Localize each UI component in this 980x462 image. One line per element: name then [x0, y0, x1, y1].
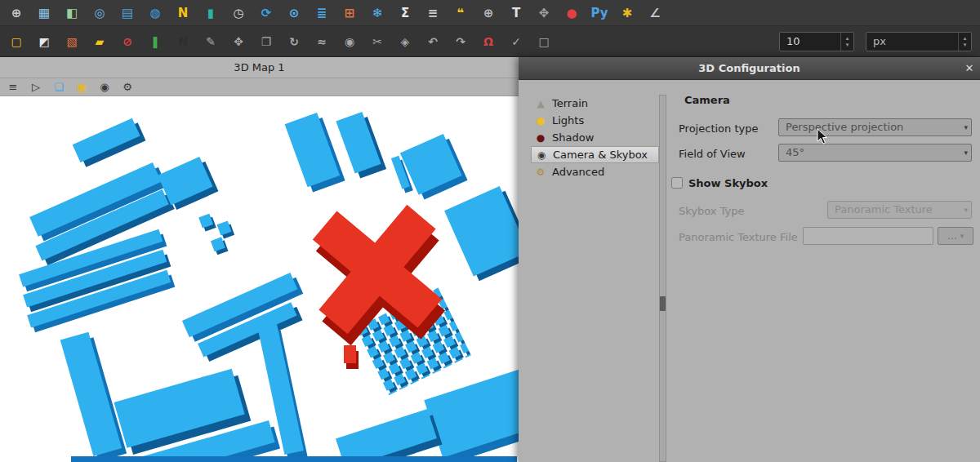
layer-styling-icon[interactable]: ▧	[64, 33, 80, 51]
panoramic-texture-file-input[interactable]	[803, 227, 933, 245]
plugin-manager-icon[interactable]: ✱	[619, 4, 635, 22]
undo-icon[interactable]: ↶	[425, 33, 441, 51]
chevron-down-icon: ▾	[964, 202, 968, 218]
size-spinbox[interactable]: 10 ▴ ▾	[779, 32, 854, 51]
spin-up-icon[interactable]: ▴	[846, 35, 849, 42]
camera-icon: ◉	[535, 149, 548, 161]
size-spinbox-value: 10	[780, 35, 840, 47]
redo-icon[interactable]: ↷	[452, 33, 469, 51]
statistics-sum-icon[interactable]: Σ	[397, 4, 413, 22]
zoom-tool-icon[interactable]: ⊕	[480, 4, 497, 22]
rotate-feature-icon[interactable]: ↻	[286, 33, 302, 51]
attribute-table-icon[interactable]: ▤	[119, 4, 136, 22]
sidebar-item-terrain[interactable]: ▲ Terrain	[531, 95, 659, 112]
browse-file-button[interactable]: … ▾	[938, 227, 973, 245]
unit-dropdown-arrows[interactable]: ▴ ▾	[958, 33, 971, 51]
panel-menu-icon[interactable]: ≡	[7, 81, 20, 93]
close-icon[interactable]: ✕	[960, 59, 978, 77]
georeferencer-icon[interactable]: ▦	[36, 4, 52, 22]
invert-selection-icon[interactable]: ◩	[36, 33, 52, 51]
panoramic-texture-file-label: Panoramic Texture File	[679, 231, 798, 243]
lightbulb-icon: ●	[534, 115, 547, 127]
map-tips-icon[interactable]: ❝	[452, 4, 469, 22]
skybox-type-label: Skybox Type	[679, 205, 745, 217]
plugins-toolbar: ⊕▦◧◎▤◍N▮◷⟳⊙≣⊞❄Σ≡❝⊕T✥●Py✱∠	[0, 0, 980, 26]
digitizing-icons: ▢◩▧▰⊘❚N✎✥❐↻≈◉✂◈↶↷Ω✓□	[8, 33, 552, 51]
show-skybox-checkbox[interactable]	[671, 177, 683, 189]
raster-analysis-icon[interactable]: ⊞	[341, 4, 358, 22]
skybox-type-dropdown[interactable]: Panoramic Texture ▾	[827, 201, 972, 219]
osm-download-icon[interactable]: N	[175, 4, 191, 22]
field-of-view-label: Field of View	[679, 148, 746, 160]
browse-file-label: …	[947, 230, 957, 242]
osm-edit-icon[interactable]: N	[175, 33, 191, 51]
skybox-type-value: Panoramic Texture	[835, 203, 933, 215]
snapping-magnet-icon[interactable]: Ω	[480, 33, 497, 51]
map-panel-title: 3D Map 1	[234, 61, 284, 73]
dialog-scrollbar[interactable]	[659, 95, 666, 462]
map-panel-toolbar: ≡▷❏▣◉⚙	[0, 78, 519, 96]
export-image-icon[interactable]: ▣	[75, 81, 88, 93]
select-features-icon[interactable]: ▢	[8, 33, 24, 51]
zoom-to-selection-icon[interactable]: ⊙	[286, 4, 302, 22]
camera-section-heading: Camera	[684, 94, 730, 106]
coordinate-capture-icon[interactable]: ⊕	[8, 4, 24, 22]
category-label: Shadow	[552, 131, 594, 144]
simplify-feature-icon[interactable]: ≈	[314, 33, 330, 51]
add-ring-icon[interactable]: ◉	[341, 33, 358, 51]
advanced-digitizing-icon[interactable]: □	[536, 33, 552, 51]
camera-view-icon[interactable]: ◉	[98, 81, 111, 93]
scene-settings-icon[interactable]: ⚙	[121, 81, 134, 93]
3d-map-viewport[interactable]	[0, 96, 519, 462]
scrollbar-thumb[interactable]	[660, 296, 666, 311]
sidebar-item-lights[interactable]: ● Lights	[531, 112, 659, 129]
split-features-icon[interactable]: ✂	[369, 33, 385, 51]
snowflake-plugin-icon[interactable]: ❄	[369, 4, 385, 22]
log-messages-icon[interactable]: ≣	[314, 4, 330, 22]
metasearch-icon[interactable]: ◎	[91, 4, 108, 22]
unit-dropdown[interactable]: px ▴ ▾	[866, 32, 972, 51]
animation-play-icon[interactable]: ▷	[29, 81, 42, 93]
spin-down-icon[interactable]: ▾	[846, 42, 849, 48]
chevron-down-icon: ▾	[960, 232, 964, 240]
text-annotation-icon[interactable]: T	[508, 4, 524, 22]
layers-menu-icon[interactable]: ≡	[425, 4, 441, 22]
sidebar-item-advanced[interactable]: ⚙ Advanced	[531, 163, 659, 180]
shape-digitizing-icon[interactable]: ∠	[647, 4, 663, 22]
chevron-down-icon: ▾	[964, 119, 968, 135]
spinbox-arrows[interactable]: ▴ ▾	[840, 33, 853, 51]
category-label: Advanced	[552, 166, 604, 178]
vertex-tool-icon[interactable]: ✎	[203, 33, 219, 51]
unit-down-icon: ▾	[964, 42, 967, 48]
globe-plugin-icon[interactable]: ◍	[147, 4, 163, 22]
python-console-icon[interactable]: Py	[591, 4, 608, 22]
projection-type-value: Perspective projection	[786, 121, 903, 133]
bookmark-dot-icon[interactable]: ●	[564, 4, 580, 22]
unit-dropdown-value: px	[866, 35, 958, 47]
toggle-editing-icon[interactable]: ❚	[147, 33, 163, 51]
merge-features-icon[interactable]: ◈	[397, 33, 413, 51]
projection-type-dropdown[interactable]: Perspective projection ▾	[778, 118, 972, 136]
settings-category-list: ▲ Terrain ● Lights ● Shadow ◉ Camera & S…	[531, 95, 659, 180]
save-scene-icon[interactable]: ❏	[52, 81, 65, 93]
tools-icon: ⚙	[534, 167, 547, 178]
time-manager-icon[interactable]: ◷	[230, 4, 247, 22]
pan-map-icon[interactable]: ✥	[536, 4, 552, 22]
new-layer-icon[interactable]: ▰	[91, 33, 108, 51]
category-label: Camera & Skybox	[553, 149, 648, 161]
terrain-icon: ▲	[534, 98, 547, 109]
remove-layer-icon[interactable]: ⊘	[119, 33, 136, 51]
show-skybox-label: Show Skybox	[688, 177, 768, 189]
move-feature-icon[interactable]: ✥	[230, 33, 247, 51]
sidebar-item-camera-skybox[interactable]: ◉ Camera & Skybox	[531, 146, 659, 163]
dialog-titlebar[interactable]: 3D Configuration ✕	[519, 57, 980, 80]
check-geometry-icon[interactable]: ✓	[508, 33, 524, 51]
map-panel-header[interactable]: 3D Map 1	[0, 57, 519, 78]
copy-features-icon[interactable]: ❐	[258, 33, 274, 51]
3d-scene	[0, 96, 519, 462]
sidebar-item-shadow[interactable]: ● Shadow	[531, 129, 659, 146]
refresh-map-icon[interactable]: ⟳	[258, 4, 274, 22]
field-of-view-dropdown[interactable]: 45° ▾	[778, 144, 972, 162]
mesh-calculator-icon[interactable]: ◧	[64, 4, 80, 22]
statistics-chart-icon[interactable]: ▮	[203, 4, 219, 22]
